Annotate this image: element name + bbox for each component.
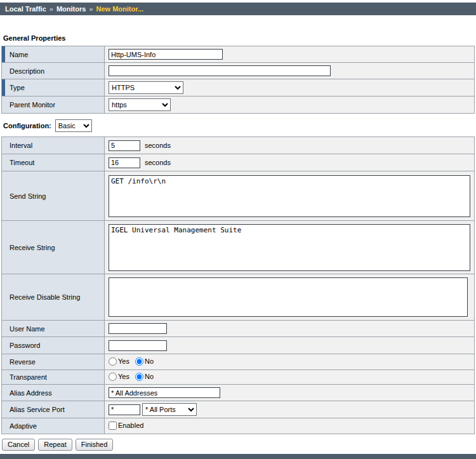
- configuration-label: Configuration:: [3, 122, 51, 130]
- adaptive-label: Adaptive: [10, 422, 37, 430]
- type-label-cell: Type: [2, 79, 105, 96]
- finished-button[interactable]: Finished: [76, 439, 114, 451]
- breadcrumb-current: New Monitor...: [96, 5, 144, 13]
- description-label-cell: Description: [2, 63, 105, 79]
- adaptive-enabled-checkbox[interactable]: [109, 422, 117, 430]
- send-string-row: Send String GET /info\r\n: [2, 171, 475, 221]
- breadcrumb: Local Traffic » Monitors » New Monitor..…: [0, 3, 476, 15]
- name-label-cell: Name: [2, 46, 105, 63]
- password-value-cell: [105, 337, 475, 354]
- reverse-label: Reverse: [10, 358, 36, 366]
- breadcrumb-monitors[interactable]: Monitors: [56, 5, 86, 13]
- required-marker: [2, 79, 5, 96]
- interval-row: Interval seconds: [2, 137, 475, 154]
- name-value-cell: [105, 46, 475, 63]
- reverse-no-label: No: [145, 357, 154, 365]
- timeout-input[interactable]: [109, 157, 140, 168]
- adaptive-row: Adaptive Enabled: [2, 418, 475, 434]
- timeout-label: Timeout: [10, 159, 34, 166]
- transparent-label-cell: Transparent: [2, 370, 105, 385]
- parent-monitor-row: Parent Monitor https: [2, 96, 475, 114]
- general-properties-table: Name Description Type HTTPS Parent Monit…: [1, 46, 475, 114]
- adaptive-value-cell: Enabled: [105, 418, 475, 434]
- reverse-no-radio[interactable]: [135, 357, 143, 366]
- transparent-value-cell: Yes No: [105, 370, 475, 385]
- parent-monitor-select[interactable]: https: [109, 98, 171, 111]
- send-string-value-cell: GET /info\r\n: [105, 171, 475, 221]
- user-name-row: User Name: [2, 321, 475, 337]
- transparent-yes-radio[interactable]: [109, 373, 117, 381]
- receive-string-textarea[interactable]: IGEL Universal Management Suite: [109, 224, 470, 271]
- required-marker: [2, 46, 5, 62]
- alias-address-label: Alias Address: [10, 389, 52, 397]
- interval-unit: seconds: [145, 142, 171, 149]
- configuration-header: Configuration: Basic: [3, 119, 476, 133]
- transparent-no-radio[interactable]: [135, 373, 143, 381]
- receive-string-value-cell: IGEL Universal Management Suite: [105, 221, 475, 274]
- configuration-mode-select[interactable]: Basic: [55, 119, 92, 132]
- receive-string-label-cell: Receive String: [2, 221, 105, 274]
- alias-service-port-input[interactable]: [109, 404, 140, 415]
- parent-monitor-value-cell: https: [105, 96, 475, 114]
- name-row: Name: [2, 46, 475, 63]
- adaptive-label-cell: Adaptive: [2, 418, 105, 434]
- name-input[interactable]: [109, 49, 223, 60]
- password-input[interactable]: [109, 340, 167, 351]
- general-properties-title: General Properties: [3, 34, 476, 43]
- timeout-label-cell: Timeout: [2, 154, 105, 171]
- reverse-row: Reverse Yes No: [2, 354, 475, 370]
- cancel-button[interactable]: Cancel: [2, 439, 35, 451]
- interval-label: Interval: [10, 142, 32, 149]
- send-string-textarea[interactable]: GET /info\r\n: [109, 175, 470, 217]
- alias-address-input[interactable]: [109, 387, 220, 398]
- send-string-label-cell: Send String: [2, 171, 105, 221]
- breadcrumb-separator: »: [89, 5, 93, 13]
- alias-service-port-value-cell: * All Ports: [105, 401, 475, 418]
- breadcrumb-local-traffic[interactable]: Local Traffic: [5, 5, 46, 13]
- timeout-value-cell: seconds: [105, 154, 475, 171]
- alias-address-value-cell: [105, 385, 475, 401]
- password-label-cell: Password: [2, 337, 105, 354]
- type-select[interactable]: HTTPS: [109, 81, 183, 94]
- transparent-label: Transparent: [10, 373, 47, 381]
- alias-service-port-label-cell: Alias Service Port: [2, 401, 105, 418]
- parent-monitor-label-cell: Parent Monitor: [2, 96, 105, 114]
- alias-address-row: Alias Address: [2, 385, 475, 401]
- repeat-button[interactable]: Repeat: [38, 439, 72, 451]
- type-row: Type HTTPS: [2, 79, 475, 96]
- description-label: Description: [10, 67, 44, 75]
- receive-disable-string-textarea[interactable]: [109, 277, 468, 317]
- parent-monitor-label: Parent Monitor: [10, 101, 55, 109]
- type-label: Type: [10, 84, 25, 91]
- name-label: Name: [10, 51, 28, 58]
- alias-address-label-cell: Alias Address: [2, 385, 105, 401]
- action-buttons: Cancel Repeat Finished: [2, 439, 476, 451]
- alias-service-port-select[interactable]: * All Ports: [142, 403, 197, 416]
- transparent-row: Transparent Yes No: [2, 370, 475, 385]
- type-value-cell: HTTPS: [105, 79, 475, 96]
- password-row: Password: [2, 337, 475, 354]
- receive-disable-string-label-cell: Receive Disable String: [2, 274, 105, 321]
- description-value-cell: [105, 63, 475, 79]
- timeout-unit: seconds: [145, 159, 171, 166]
- transparent-yes-label: Yes: [118, 373, 129, 380]
- receive-disable-string-label: Receive Disable String: [10, 293, 80, 301]
- alias-service-port-label: Alias Service Port: [10, 406, 65, 413]
- transparent-no-label: No: [145, 373, 154, 380]
- user-name-input[interactable]: [109, 323, 167, 334]
- receive-disable-string-row: Receive Disable String: [2, 274, 475, 321]
- user-name-value-cell: [105, 321, 475, 337]
- interval-label-cell: Interval: [2, 137, 105, 154]
- reverse-value-cell: Yes No: [105, 354, 475, 370]
- interval-value-cell: seconds: [105, 137, 475, 154]
- interval-input[interactable]: [109, 140, 140, 151]
- description-input[interactable]: [109, 65, 331, 76]
- reverse-yes-radio[interactable]: [109, 357, 117, 366]
- reverse-yes-label: Yes: [118, 357, 129, 365]
- user-name-label: User Name: [10, 325, 45, 333]
- configuration-table: Interval seconds Timeout seconds Send St…: [1, 136, 475, 434]
- timeout-row: Timeout seconds: [2, 154, 475, 171]
- send-string-label: Send String: [10, 192, 46, 200]
- reverse-label-cell: Reverse: [2, 354, 105, 370]
- receive-string-label: Receive String: [10, 244, 55, 251]
